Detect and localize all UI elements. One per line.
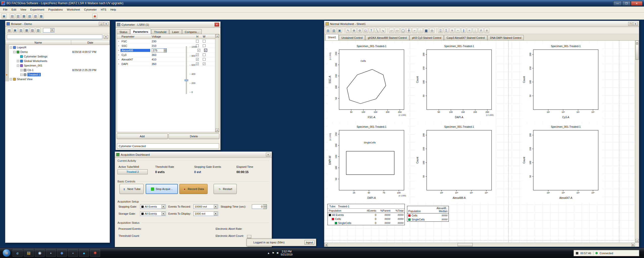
delete-icon[interactable]: ▨ [36,28,41,33]
tab-compens-[interactable]: Compens... [182,29,202,34]
median-row[interactable]: SingleCells#### [407,217,449,221]
voltage-cell[interactable]: 230 [150,40,174,43]
hierarchy-view-icon[interactable]: ≡ [450,28,455,33]
storage-gate-combo[interactable]: All Events ▼ [140,211,166,216]
stopping-time-spinner[interactable]: 0 ▲▼ [252,204,267,209]
browser-pin-button[interactable]: ❏ [99,22,103,26]
polygon-gate-icon[interactable]: ▱ [389,28,394,33]
w-checkbox[interactable] [203,53,206,56]
h-checkbox[interactable] [196,40,199,43]
voltage-cell[interactable]: 275▲▼ [152,48,167,52]
slider-track[interactable] [186,46,187,94]
dropdown-arrow-icon[interactable]: ▼ [214,212,217,215]
scroll-up-arrow[interactable]: ▲ [216,34,219,38]
copy-icon[interactable]: ▨ [33,14,38,19]
page-setup-icon[interactable]: ▥ [331,28,336,33]
spinner-up-icon[interactable]: ▲ [164,49,167,50]
text-icon[interactable]: T [369,28,374,33]
median-row[interactable]: Cells#### [407,213,449,217]
menu-help[interactable]: Help [108,7,118,12]
menu-file[interactable]: File [1,7,10,12]
biexponential-icon[interactable]: ~ [455,28,460,33]
median-statistics-table[interactable]: Population Alexa48..Median Cells####Sing… [407,206,449,222]
collapsed-panel-button[interactable] [247,235,251,238]
stats-row[interactable]: All Events0######## [328,213,405,217]
spinner-down-icon[interactable]: ▼ [164,50,167,52]
duplicate-icon[interactable]: ▧ [30,28,35,33]
stats-row[interactable]: SingleCells0######## [328,221,405,225]
save-icon[interactable]: ▣ [2,14,7,19]
logout-button[interactable]: logout [304,240,314,245]
flag-icon[interactable]: ⚑ [272,251,274,255]
tree-row[interactable]: −Demo8/29/18 4:09:57 PM [5,50,110,54]
column-header-name[interactable]: Name [5,40,71,45]
quadrant-gate-icon[interactable]: ╋ [406,28,411,33]
spinner-down-icon[interactable]: ▼ [263,207,267,209]
tree-expander-icon[interactable]: + [20,69,23,71]
vertical-scroll-thumb[interactable] [635,45,639,60]
voltage-cell[interactable]: 350 [150,62,174,66]
tree-row[interactable]: Cytometer Settings [5,54,110,59]
h-column-header[interactable]: H [194,35,201,38]
menu-worksheet[interactable]: Worksheet [65,7,82,12]
cytometer-close-button[interactable]: ✕ [215,23,219,26]
new-folder-icon[interactable]: ▤ [7,28,12,33]
cytometer-titlebar[interactable]: Cytometer - LSRII (1) ✕ [116,22,220,28]
worksheet-maximize-button[interactable]: ❐ [628,22,633,26]
worksheet-tab-dna-dapi-stained-control[interactable]: DNA DAPI Stained Control [488,35,524,40]
w-checkbox[interactable] [203,40,206,43]
arrow-icon[interactable]: ↘ [380,28,385,33]
dropdown-arrow-icon[interactable]: ▼ [50,28,54,32]
spinner-up-icon[interactable]: ▲ [263,205,267,207]
parameter-row[interactable]: ▸SSC210 [117,44,215,48]
plot-ssc-vs-fsc[interactable]: Specimen_001-Treated-1501001502002505010… [328,44,408,122]
param-table-scrollbar[interactable]: ▲ ▼ [215,34,219,132]
worksheet-tab-ph3-cy3-stained-control[interactable]: pH3 Cy3 Stained Control [410,35,444,40]
paste-icon[interactable]: ▩ [39,14,44,19]
align-left-icon[interactable]: ∥ [461,28,466,33]
new-tube-icon[interactable]: ▦ [24,28,29,33]
maximize-button[interactable]: ❐ [622,1,631,6]
contour-plot-icon[interactable]: ◎ [429,28,434,33]
menu-view[interactable]: View [18,7,28,12]
scroll-up-arrow[interactable]: ▲ [635,41,639,44]
voltage-cell[interactable]: 210 [150,44,174,47]
tree-expander-icon[interactable]: + [17,60,19,62]
parameter-row[interactable]: ▸Alexa647410✓ [117,57,215,62]
dropdown-arrow-icon[interactable]: ▼ [214,205,217,208]
parameter-column-header[interactable]: Parameter [120,35,150,38]
taskbar-plugin-icon[interactable]: ✱ [90,249,100,257]
worksheet-tab-gh2ax-alexa488-stained-control[interactable]: gH2AX Alexa488 Stained Control [365,35,409,40]
parameter-row[interactable]: ▸FSC230 [117,39,215,44]
taskbar-clock[interactable]: 2:52 PM5/21/2019 [281,250,293,256]
worksheet-tab-unstained-control[interactable]: Unstained Control [339,35,365,40]
parameter-row[interactable]: ▸Cy3360✓ [117,53,215,57]
error-icon[interactable]: ✖ [276,251,279,255]
worksheet-canvas[interactable]: Specimen_001-Treated-1501001502002505010… [324,41,635,243]
next-tube-button[interactable]: ▮Next Tube [119,184,144,194]
restart-button[interactable]: ↻Restart [214,184,237,194]
parameter-row[interactable]: ▸DAPI350✓✓ [117,62,215,66]
events-to-record-combo[interactable]: 10000 evt ▼ [193,204,218,209]
menu-edit[interactable]: Edit [10,7,18,12]
pointer-icon[interactable]: ↖ [346,28,351,33]
start-button[interactable]: ⊞ [3,249,11,257]
print-icon[interactable]: ▤ [326,28,331,33]
tree-row[interactable]: −Shared View [5,77,110,81]
grid-icon[interactable]: # [478,28,484,33]
stop-acquiring-button[interactable]: Stop Acquir... [146,184,178,194]
plot-alexa488-histogram[interactable]: Specimen_001-Treated-15010015020010²10³1… [415,124,496,202]
line-icon[interactable]: ╲ [375,28,380,33]
print-icon[interactable]: ▤ [10,14,15,19]
tree-expander-icon[interactable]: − [10,78,12,80]
worksheet-horizontal-scrollbar[interactable]: ◀ ▶ [324,243,635,247]
plot-alexa647-histogram[interactable]: Specimen_001-Treated-15010015020010²10³1… [522,124,602,202]
tree-row[interactable]: −Specimen_001 [5,63,110,68]
tube-rack-icon[interactable]: ◉ [92,14,97,19]
zoom-out-icon[interactable]: ⊖ [357,28,362,33]
worksheet-tab-sheet1[interactable]: Sheet1 [325,34,339,40]
w-checkbox[interactable] [203,44,206,47]
parameter-row[interactable]: ▸Alexa488275▲▼✓✓ [117,48,215,53]
oval-gate-icon[interactable]: ◯ [400,28,406,33]
hidden-icons-arrow-icon[interactable]: ▲ [267,251,270,254]
